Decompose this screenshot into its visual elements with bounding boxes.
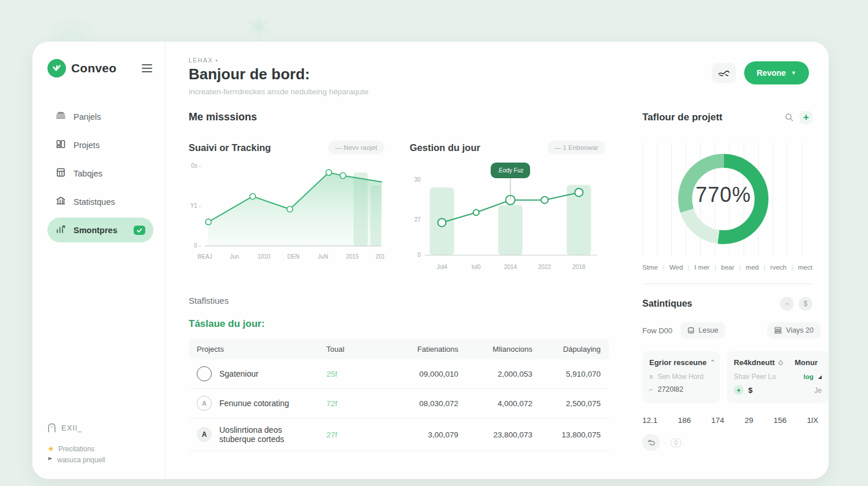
week-separator: | [740,264,741,271]
hand-icon-button[interactable] [642,434,660,451]
chart-title: Gestion du jour [410,142,480,153]
project-cell: Sgateniour [197,366,326,381]
week-label: Stme [642,264,658,271]
card-right-text: Je [814,386,822,395]
active-badge-icon [134,226,145,235]
fatienations-value: 3,00,079 [372,430,458,439]
table-header: Projects Toual Fatienations Mlianocions … [189,339,609,359]
projects-table: Projects Toual Fatienations Mlianocions … [189,339,609,451]
project-cell: A Uoslinrtiona deos stuberque corteds [197,425,326,444]
mini-cards-row: Egrior resceune ⌃ ≡ Sen Mow Hord ⌐ 2720l… [642,351,829,403]
menu-icon[interactable] [141,63,153,73]
sidebar-item-panjels[interactable]: Panjels [47,104,153,129]
panels-icon [56,111,66,123]
satintiques-title: Satintiques [642,299,775,309]
exit-label: EXIl_ [61,424,82,432]
flag-icon [47,456,53,463]
diamond-icon: ◇ [778,359,783,366]
svg-text:1010: 1010 [258,253,271,260]
svg-text:27: 27 [414,216,421,223]
search-icon[interactable] [785,113,794,122]
chart-badge[interactable]: — Nevv raojet [328,141,384,154]
logo-row: Conveo [47,59,153,78]
sidebar-item-smontpres[interactable]: Smontpres [47,218,153,242]
add-project-button[interactable]: + [800,111,812,124]
page-subtitle: increaten-ferrrdreckes ansde nedulteing … [189,87,369,96]
hand-icon [647,439,656,447]
table-row[interactable]: A Fenunue cotorating 72f 08,030,072 4,00… [189,389,609,418]
week-separator: | [715,264,716,271]
dollar-button[interactable]: $ [799,297,812,311]
filter-text: Fow D00 [642,326,672,335]
sidebar-item-label: Smontpres [73,226,117,235]
card-title: Egrior resceune [649,358,707,367]
sidebar-item-projets[interactable]: Projets [47,132,153,157]
fatienations-value: 08,030,072 [372,399,458,408]
footer-link-precitations[interactable]: ★ Precitations [47,444,153,453]
exit-button[interactable]: EXIl_ [47,423,153,433]
col-projects: Projects [197,345,326,354]
project-name: Fenunue cotorating [219,399,289,408]
sketch-icon-button[interactable] [712,63,736,83]
stats-icon [56,196,66,208]
svg-text:Y1 -: Y1 - [190,203,201,209]
chart-badge[interactable]: — 1 Enboowar [547,141,605,154]
donut-chart-area: 770% [642,142,812,256]
card-re4kdneutt[interactable]: Re4kdneutt ◇ Monur Shav Peer Lu log ◢ + … [727,351,829,403]
mlianocions-value: 2,000,053 [458,370,532,378]
dapulaying-value: 5,910,070 [532,370,601,378]
total-value: 72f [326,399,372,408]
week-labels: Stme|Wed|I mer|bear|med|rvech|mect [642,264,812,271]
projects-icon [56,139,66,151]
table-icon [56,167,66,179]
week-separator: | [688,264,690,271]
missions-title: Me misssions [189,111,609,123]
svg-text:Jun: Jun [230,253,239,260]
sidebar-item-label: Tabqjes [73,169,102,178]
table-row[interactable]: Sgateniour 25f 09,000,010 2,000,053 5,91… [189,359,609,389]
svg-text:Jol4: Jol4 [436,264,447,270]
svg-text:BEAJ: BEAJ [197,253,212,260]
star-icon: ★ [47,444,54,453]
card-egrior[interactable]: Egrior resceune ⌃ ≡ Sen Mow Hord ⌐ 2720l… [642,351,720,403]
revone-button[interactable]: Revone ▼ [744,61,810,84]
total-value: 27f [326,430,372,439]
week-separator: | [663,264,664,271]
lesue-pill[interactable]: Lesue [681,322,725,338]
project-cell: A Fenunue cotorating [197,396,326,411]
svg-text:0 -: 0 - [194,242,201,249]
page-header: LEHAX • Banjour de bord: increaten-ferrr… [189,57,829,96]
dollar-value: $ [748,386,753,395]
project-board-header: Taflour de projett + [642,111,829,124]
statistics-muted-title: Staflstiues [189,296,609,305]
sidebar-item-tabqjes[interactable]: Tabqjes [47,161,153,186]
sidebar-item-statistques[interactable]: Statistques [47,189,153,214]
donut-center-value: 770% [684,183,763,207]
stat-number: 174 [711,416,724,425]
project-board-title: Taflour de projett [642,112,785,123]
header-actions: Revone ▼ [712,61,810,84]
week-label: Wed [670,264,683,271]
sidebar-item-label: Panjels [73,112,101,122]
col-toual: Toual [326,345,372,354]
table-row[interactable]: A Uoslinrtiona deos stuberque corteds 27… [189,418,609,451]
week-label: med [746,264,759,271]
col-fatienations: Fatienations [372,345,458,354]
viays-pill[interactable]: Viays 20 [767,322,821,338]
sidebar-item-label: Statistques [73,197,115,207]
missions-section: Me misssions Suaivi or Tracking — Nevv r… [189,111,609,479]
footer-link-label: Precitations [58,445,95,453]
minus-button[interactable]: − [780,297,794,311]
footer-link-wasuca[interactable]: wasuca pnquell [47,456,153,464]
stat-number: 29 [745,416,753,425]
plus-chip[interactable]: + [734,385,744,395]
viays-pill-label: Viays 20 [786,326,814,334]
numbers-row: 12.1186174291561lX [642,416,829,425]
sidebar-footer: EXIl_ ★ Precitations wasuca pnquell [47,423,153,464]
dapulaying-value: 2,500,075 [532,399,601,408]
total-value: 25f [326,370,372,378]
right-panel: Taflour de projett + 770% Stme|Wed|I mer… [642,111,829,479]
corner-icon: ⌐ [649,386,653,393]
app-window: Conveo Panjels Projets Tabqjes Statistqu… [32,42,829,479]
sidebar-nav: Panjels Projets Tabqjes Statistques Smon… [47,104,153,242]
